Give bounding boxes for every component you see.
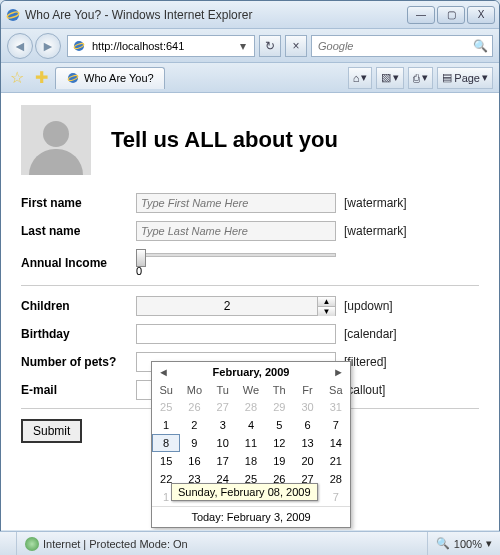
birthday-hint: [calendar] (344, 327, 397, 341)
calendar-day[interactable]: 14 (322, 434, 350, 452)
income-value: 0 (136, 265, 336, 277)
calendar-day[interactable]: 6 (293, 416, 321, 434)
calendar-month-label[interactable]: February, 2009 (213, 366, 290, 378)
home-icon: ⌂ (353, 72, 360, 84)
page-menu-icon: ▤ (442, 71, 452, 84)
calendar-next-button[interactable]: ► (333, 366, 344, 378)
calendar-day[interactable]: 2 (180, 416, 208, 434)
calendar-day[interactable]: 21 (322, 452, 350, 470)
submit-button[interactable]: Submit (21, 419, 82, 443)
address-input[interactable] (90, 39, 232, 53)
search-input[interactable] (316, 39, 473, 53)
maximize-button[interactable]: ▢ (437, 6, 465, 24)
tab-active[interactable]: Who Are You? (55, 67, 165, 89)
calendar-day[interactable]: 3 (209, 416, 237, 434)
address-bar[interactable]: ▾ (67, 35, 255, 57)
page-icon (72, 39, 86, 53)
search-bar[interactable]: 🔍 (311, 35, 493, 57)
zone-icon (25, 537, 39, 551)
calendar-day[interactable]: 12 (265, 434, 293, 452)
calendar-day[interactable]: 13 (293, 434, 321, 452)
income-slider[interactable] (136, 253, 336, 257)
add-favorite-icon[interactable]: ✚ (31, 68, 51, 88)
favorites-star-icon[interactable]: ☆ (7, 68, 27, 88)
children-label: Children (21, 299, 136, 313)
calendar-day[interactable]: 9 (180, 434, 208, 452)
calendar-dow: Th (265, 382, 293, 398)
calendar-day[interactable]: 31 (322, 398, 350, 416)
calendar-day[interactable]: 28 (322, 470, 350, 488)
calendar-dow: Fr (293, 382, 321, 398)
print-button[interactable]: ⎙▾ (408, 67, 433, 89)
feeds-button[interactable]: ▧▾ (376, 67, 404, 89)
children-spinner[interactable]: 2 ▲ ▼ (136, 296, 336, 316)
close-button[interactable]: X (467, 6, 495, 24)
calendar-day[interactable]: 16 (180, 452, 208, 470)
calendar-day[interactable]: 28 (237, 398, 265, 416)
page-menu-button[interactable]: ▤Page▾ (437, 67, 493, 89)
avatar-placeholder (21, 105, 91, 175)
calendar-day[interactable]: 8 (152, 434, 180, 452)
calendar-prev-button[interactable]: ◄ (158, 366, 169, 378)
print-icon: ⎙ (413, 72, 420, 84)
calendar-tooltip: Sunday, February 08, 2009 (171, 483, 318, 501)
minimize-button[interactable]: — (407, 6, 435, 24)
page-menu-label: Page (454, 72, 480, 84)
calendar-day[interactable]: 30 (293, 398, 321, 416)
calendar-dow: Tu (209, 382, 237, 398)
children-down-button[interactable]: ▼ (317, 307, 335, 316)
search-icon[interactable]: 🔍 (473, 39, 488, 53)
last-name-input[interactable] (136, 221, 336, 241)
zoom-dropdown[interactable]: ▾ (486, 537, 492, 550)
zoom-value: 100% (454, 538, 482, 550)
nav-toolbar: ◄ ► ▾ ↻ × 🔍 (1, 29, 499, 63)
income-label: Annual Income (21, 256, 136, 270)
rss-icon: ▧ (381, 71, 391, 84)
tab-label: Who Are You? (84, 72, 154, 84)
calendar-dow: Su (152, 382, 180, 398)
calendar-day[interactable]: 20 (293, 452, 321, 470)
birthday-input[interactable] (136, 324, 336, 344)
children-value: 2 (137, 297, 317, 315)
calendar-day[interactable]: 25 (152, 398, 180, 416)
calendar-day[interactable]: 18 (237, 452, 265, 470)
page-heading: Tell us ALL about you (111, 127, 338, 153)
pets-label: Number of pets? (21, 355, 136, 369)
calendar-day[interactable]: 27 (209, 398, 237, 416)
divider (21, 285, 479, 286)
calendar-dow: Mo (180, 382, 208, 398)
birthday-label: Birthday (21, 327, 136, 341)
refresh-button[interactable]: ↻ (259, 35, 281, 57)
zone-label: Internet | Protected Mode: On (43, 538, 188, 550)
forward-button[interactable]: ► (35, 33, 61, 59)
zoom-icon[interactable]: 🔍 (436, 537, 450, 550)
calendar-day[interactable]: 7 (322, 488, 350, 506)
status-bar: Internet | Protected Mode: On 🔍 100% ▾ (0, 531, 500, 555)
home-button[interactable]: ⌂▾ (348, 67, 373, 89)
calendar-day[interactable]: 1 (152, 416, 180, 434)
page-content: Tell us ALL about you First name [waterm… (1, 93, 499, 530)
calendar-day[interactable]: 26 (180, 398, 208, 416)
stop-button[interactable]: × (285, 35, 307, 57)
address-dropdown[interactable]: ▾ (236, 39, 250, 53)
calendar-day[interactable]: 15 (152, 452, 180, 470)
calendar-day[interactable]: 29 (265, 398, 293, 416)
back-button[interactable]: ◄ (7, 33, 33, 59)
calendar-day[interactable]: 10 (209, 434, 237, 452)
tab-toolbar: ☆ ✚ Who Are You? ⌂▾ ▧▾ ⎙▾ ▤Page▾ (1, 63, 499, 93)
children-up-button[interactable]: ▲ (317, 297, 335, 307)
children-hint: [updown] (344, 299, 393, 313)
calendar-popup: ◄ February, 2009 ► SuMoTuWeThFrSa2526272… (151, 361, 351, 528)
calendar-day[interactable]: 5 (265, 416, 293, 434)
calendar-day[interactable]: 17 (209, 452, 237, 470)
calendar-day[interactable]: 4 (237, 416, 265, 434)
calendar-day[interactable]: 7 (322, 416, 350, 434)
first-name-input[interactable] (136, 193, 336, 213)
first-name-label: First name (21, 196, 136, 210)
calendar-day[interactable]: 11 (237, 434, 265, 452)
tab-favicon (66, 71, 80, 85)
calendar-day[interactable]: 19 (265, 452, 293, 470)
calendar-today-link[interactable]: Today: February 3, 2009 (152, 506, 350, 527)
ie-icon (5, 7, 21, 23)
calendar-dow: We (237, 382, 265, 398)
